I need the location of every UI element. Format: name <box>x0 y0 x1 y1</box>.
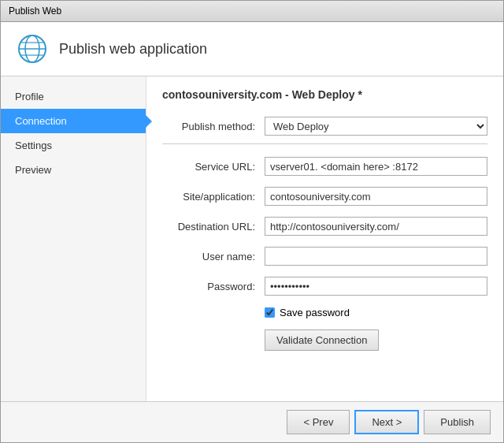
footer: < Prev Next > Publish <box>1 401 503 442</box>
sidebar-item-preview[interactable]: Preview <box>1 158 146 182</box>
password-label: Password: <box>162 281 265 292</box>
save-password-label[interactable]: Save password <box>280 307 350 318</box>
sidebar-item-profile[interactable]: Profile <box>1 84 146 109</box>
service-url-row: Service URL: <box>162 157 487 176</box>
sidebar: Profile Connection Settings Preview <box>1 76 146 401</box>
publish-web-dialog: Publish Web Publish web application Prof… <box>0 0 504 443</box>
site-application-input[interactable] <box>265 187 487 206</box>
sidebar-item-settings[interactable]: Settings <box>1 133 146 158</box>
globe-icon <box>17 33 48 65</box>
save-password-checkbox[interactable] <box>265 307 275 318</box>
site-application-row: Site/application: <box>162 187 487 206</box>
service-url-input[interactable] <box>265 157 487 176</box>
publish-button[interactable]: Publish <box>424 410 491 434</box>
save-password-row: Save password <box>265 307 487 318</box>
sidebar-item-connection[interactable]: Connection <box>1 109 146 133</box>
prev-button[interactable]: < Prev <box>287 410 350 434</box>
site-application-label: Site/application: <box>162 191 265 203</box>
main-content: contosouniversity.com - Web Deploy * Pub… <box>146 76 503 401</box>
dialog-title: Publish Web <box>9 6 61 17</box>
password-row: Password: <box>162 277 487 296</box>
destination-url-row: Destination URL: <box>162 217 487 236</box>
user-name-input[interactable] <box>265 247 487 266</box>
destination-url-input[interactable] <box>265 217 487 236</box>
header-section: Publish web application <box>1 22 503 76</box>
publish-method-label: Publish method: <box>162 121 265 132</box>
validate-connection-container: Validate Connection <box>162 329 487 351</box>
publish-method-select[interactable]: Web Deploy <box>265 117 487 136</box>
password-input[interactable] <box>265 277 487 296</box>
content-area: Profile Connection Settings Preview cont… <box>1 76 503 401</box>
user-name-label: User name: <box>162 251 265 262</box>
section-title: contosouniversity.com - Web Deploy * <box>162 88 487 107</box>
service-url-label: Service URL: <box>162 161 265 173</box>
validate-connection-button[interactable]: Validate Connection <box>265 329 379 351</box>
divider <box>162 143 487 144</box>
user-name-row: User name: <box>162 247 487 266</box>
next-button[interactable]: Next > <box>354 410 419 434</box>
publish-method-row: Publish method: Web Deploy <box>162 117 487 136</box>
title-bar: Publish Web <box>1 1 503 22</box>
destination-url-label: Destination URL: <box>162 221 265 233</box>
header-title: Publish web application <box>59 41 207 58</box>
